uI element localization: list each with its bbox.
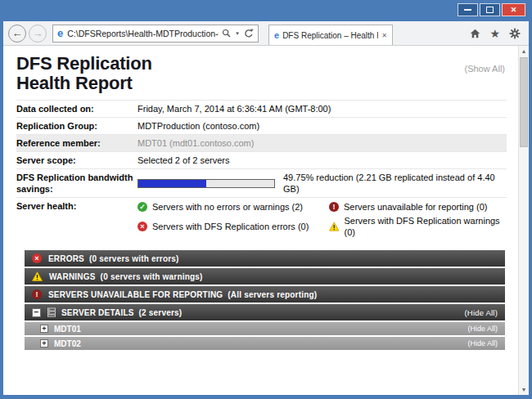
minimize-icon xyxy=(464,9,471,11)
row-label: Server health: xyxy=(16,200,138,212)
toolbar-right-icons: ★ xyxy=(470,28,521,39)
section-server-details[interactable]: − SERVER DETAILS (2 servers) (Hide All) xyxy=(25,304,505,321)
section-detail: (0 servers with warnings) xyxy=(101,272,203,281)
row-value: MDTProduction (contoso.com) xyxy=(138,120,259,132)
server-row-mdt01[interactable]: + MDT01 (Hide All) xyxy=(25,322,505,335)
row-label: Replication Group: xyxy=(16,120,138,132)
browser-toolbar: ← → e C:\DFSReports\Health-MDTProduction… xyxy=(3,21,529,46)
show-all-link[interactable]: (Show All) xyxy=(464,64,505,74)
row-label: Server scope: xyxy=(16,155,138,166)
bandwidth-row: DFS Replication bandwidth savings: 49.75… xyxy=(16,168,507,197)
collapse-toggle[interactable]: − xyxy=(32,308,41,317)
row-label: DFS Replication bandwidth savings: xyxy=(16,172,138,195)
tab-favicon: e xyxy=(274,31,279,40)
ie-icon: e xyxy=(57,28,63,38)
section-errors[interactable]: × ERRORS (0 servers with errors) xyxy=(25,250,505,267)
health-item: Servers with DFS Replication warnings (0… xyxy=(329,215,507,238)
page-title: DFS ReplicationHealth Report xyxy=(16,54,507,93)
health-item: × Servers with DFS Replication errors (0… xyxy=(138,215,318,238)
table-row: Server scope: Selected 2 of 2 servers xyxy=(16,151,507,168)
scrollbar-thumb[interactable] xyxy=(520,57,528,147)
forward-button[interactable]: → xyxy=(29,25,47,43)
address-bar[interactable]: e C:\DFSReports\Health-MDTProduction-07M… xyxy=(52,25,259,43)
section-warnings[interactable]: WARNINGS (0 servers with warnings) xyxy=(25,268,505,285)
check-circle-icon: ✓ xyxy=(138,202,147,212)
refresh-icon[interactable] xyxy=(244,29,254,38)
hide-all-link[interactable]: (Hide All) xyxy=(467,325,498,333)
favorites-icon[interactable]: ★ xyxy=(489,28,500,39)
tab-close-icon[interactable]: ✕ xyxy=(381,32,387,39)
forward-icon: → xyxy=(33,27,43,39)
unavailable-circle-icon: ! xyxy=(32,289,42,299)
health-item-text: Servers with DFS Replication errors (0) xyxy=(152,221,309,232)
dropdown-icon[interactable]: ▼ xyxy=(235,31,240,36)
home-icon[interactable] xyxy=(470,29,480,38)
report-header: DFS ReplicationHealth Report (Show All) xyxy=(16,54,507,93)
search-icon[interactable] xyxy=(222,29,231,38)
caption-buttons: ✕ xyxy=(458,3,525,16)
back-icon: ← xyxy=(12,27,23,39)
hide-all-link[interactable]: (Hide All) xyxy=(467,339,498,347)
summary-table: Data collected on: Friday, March 7, 2014… xyxy=(16,100,507,240)
report-sections: × ERRORS (0 servers with errors) WARNING… xyxy=(25,250,505,350)
error-circle-icon: × xyxy=(32,253,42,263)
health-item: ✓ Servers with no errors or warnings (2) xyxy=(138,201,318,213)
bandwidth-fill xyxy=(138,180,206,187)
health-item-text: Servers with DFS Replication warnings (0… xyxy=(344,215,507,238)
section-unavailable[interactable]: ! SERVERS UNAVAILABLE FOR REPORTING (All… xyxy=(25,286,505,303)
close-button[interactable]: ✕ xyxy=(502,3,525,16)
minimize-button[interactable] xyxy=(458,3,478,16)
error-circle-icon: × xyxy=(138,222,147,231)
server-name: MDT01 xyxy=(54,325,81,334)
server-row-mdt02[interactable]: + MDT02 (Hide All) xyxy=(25,337,505,350)
warning-triangle-icon xyxy=(32,271,43,281)
browser-tab[interactable]: e DFS Replication – Health Re... ✕ xyxy=(268,25,393,45)
server-health-row: Server health: ✓ Servers with no errors … xyxy=(16,197,507,240)
expand-toggle[interactable]: + xyxy=(40,325,48,333)
bandwidth-progress-bar xyxy=(138,179,275,188)
expand-toggle[interactable]: + xyxy=(40,339,48,347)
section-detail: (All servers reporting) xyxy=(228,290,317,299)
scroll-up-button[interactable]: ▲ xyxy=(519,46,529,56)
page: DFS ReplicationHealth Report (Show All) … xyxy=(3,46,529,395)
server-icon xyxy=(47,307,56,317)
row-label: Data collected on: xyxy=(16,103,138,114)
bandwidth-text: 49.75% reduction (2.21 GB replicated ins… xyxy=(283,172,507,195)
report-content: DFS ReplicationHealth Report (Show All) … xyxy=(3,46,518,395)
row-value: MDT01 (mdt01.contoso.com) xyxy=(138,137,254,149)
server-name: MDT02 xyxy=(54,339,81,348)
close-icon: ✕ xyxy=(511,6,517,14)
section-title: SERVER DETAILS xyxy=(61,308,134,317)
unavailable-circle-icon: ! xyxy=(329,202,339,212)
section-detail: (0 servers with errors) xyxy=(89,254,179,263)
maximize-button[interactable] xyxy=(480,3,500,16)
page-title-line1: DFS Replication xyxy=(16,53,152,74)
health-item: ! Servers unavailable for reporting (0) xyxy=(329,201,507,213)
gear-icon[interactable] xyxy=(509,28,521,39)
section-title: WARNINGS xyxy=(49,272,96,281)
health-item-text: Servers with no errors or warnings (2) xyxy=(152,201,303,213)
tab-title: DFS Replication – Health Re... xyxy=(282,31,378,40)
browser-window: ✕ ← → e C:\DFSReports\Health-MDTProducti… xyxy=(0,0,532,399)
hide-all-link[interactable]: (Hide All) xyxy=(464,308,498,317)
address-text: C:\DFSReports\Health-MDTProduction-07M xyxy=(67,29,219,38)
bandwidth-value: 49.75% reduction (2.21 GB replicated ins… xyxy=(138,172,507,195)
scroll-down-button[interactable]: ▼ xyxy=(519,384,529,395)
server-health-grid: ✓ Servers with no errors or warnings (2)… xyxy=(138,200,507,238)
back-button[interactable]: ← xyxy=(8,25,26,43)
row-value: Selected 2 of 2 servers xyxy=(138,155,230,166)
vertical-scrollbar[interactable]: ▲ ▼ xyxy=(518,46,529,395)
page-title-line2: Health Report xyxy=(16,73,133,93)
health-item-text: Servers unavailable for reporting (0) xyxy=(344,201,487,213)
section-title: ERRORS xyxy=(48,254,84,263)
row-label: Reference member: xyxy=(16,137,138,149)
table-row: Replication Group: MDTProduction (contos… xyxy=(16,117,507,134)
row-value: Friday, March 7, 2014 at 6:36:41 AM (GMT… xyxy=(138,103,331,114)
table-row: Data collected on: Friday, March 7, 2014… xyxy=(16,100,507,117)
address-bar-icons: ▼ xyxy=(222,29,254,38)
section-title: SERVERS UNAVAILABLE FOR REPORTING xyxy=(48,290,223,299)
maximize-icon xyxy=(486,7,494,13)
section-detail: (2 servers) xyxy=(139,308,183,317)
warning-triangle-icon xyxy=(329,222,339,231)
table-row: Reference member: MDT01 (mdt01.contoso.c… xyxy=(16,134,507,151)
